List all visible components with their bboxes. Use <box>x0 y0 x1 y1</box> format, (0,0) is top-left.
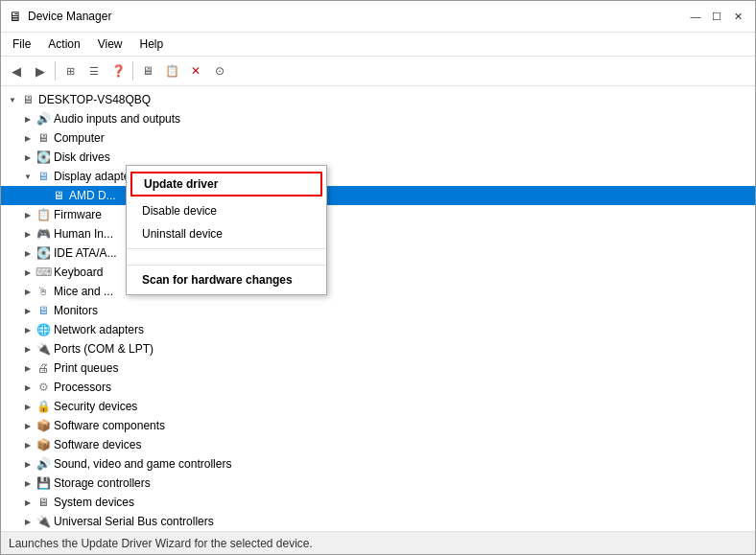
tree-item-disk[interactable]: ▶ 💽 Disk drives <box>1 148 755 167</box>
expander-monitors[interactable]: ▶ <box>20 303 35 318</box>
tree-item-print[interactable]: ▶ 🖨 Print queues <box>1 358 755 378</box>
amd-icon: 🖥 <box>51 188 66 203</box>
ctx-properties[interactable]: Scan for hardware changes <box>127 268 326 291</box>
tree-item-security[interactable]: ▶ 🔒 Security devices <box>1 397 755 416</box>
back-button[interactable]: ◀ <box>5 59 28 82</box>
monitors-label: Monitors <box>54 304 98 317</box>
toolbar-list-button[interactable]: ☰ <box>83 59 106 82</box>
expander-disk[interactable]: ▶ <box>20 150 35 165</box>
computer-icon: 🖥 <box>35 130 51 146</box>
disk-icon: 💽 <box>35 150 51 165</box>
forward-button[interactable]: ▶ <box>29 59 52 82</box>
ctx-update-driver[interactable]: Update driver <box>130 172 322 197</box>
expander-print[interactable]: ▶ <box>20 360 35 376</box>
tree-item-ports[interactable]: ▶ 🔌 Ports (COM & LPT) <box>1 339 755 358</box>
tree-item-amd[interactable]: 🖥 AMD D... <box>1 186 755 205</box>
storage-label: Storage controllers <box>54 476 151 490</box>
menu-view[interactable]: View <box>90 35 130 54</box>
root-label: DESKTOP-VS48QBQ <box>38 93 151 106</box>
menu-file[interactable]: File <box>5 35 38 54</box>
tree-root[interactable]: ▼ 🖥 DESKTOP-VS48QBQ <box>1 90 755 109</box>
sound-icon: 🔊 <box>35 456 51 472</box>
expander-display[interactable]: ▼ <box>20 169 35 184</box>
expander-computer[interactable]: ▶ <box>20 130 35 146</box>
mice-icon: 🖱 <box>35 284 51 299</box>
expander-software-comp[interactable]: ▶ <box>20 418 35 433</box>
expander-system[interactable]: ▶ <box>20 495 35 510</box>
toolbar-scan-button[interactable]: ⊙ <box>208 59 231 82</box>
title-controls: — ☐ ✕ <box>686 7 747 26</box>
tree-item-sound[interactable]: ▶ 🔊 Sound, video and game controllers <box>1 454 755 474</box>
toolbar-properties-button[interactable]: 📋 <box>160 59 183 82</box>
tree-item-usb[interactable]: ▶ 🔌 Universal Serial Bus controllers <box>1 512 755 531</box>
menu-bar: File Action View Help <box>1 33 755 57</box>
minimize-button[interactable]: — <box>686 7 705 26</box>
close-button[interactable]: ✕ <box>728 7 747 26</box>
status-bar: Launches the Update Driver Wizard for th… <box>1 531 755 554</box>
menu-help[interactable]: Help <box>132 35 172 54</box>
tree-item-display[interactable]: ▼ 🖥 Display adapters <box>1 167 755 186</box>
tree-item-hid[interactable]: ▶ 🎮 Human In... <box>1 224 755 243</box>
system-label: System devices <box>54 496 134 509</box>
expander-sound[interactable]: ▶ <box>20 456 35 472</box>
ctx-sep-2 <box>127 265 326 266</box>
processors-label: Processors <box>54 381 111 394</box>
tree-item-processors[interactable]: ▶ ⚙ Processors <box>1 378 755 397</box>
tree-item-system[interactable]: ▶ 🖥 System devices <box>1 493 755 512</box>
expander-network[interactable]: ▶ <box>20 322 35 337</box>
expander-hid[interactable]: ▶ <box>20 226 35 242</box>
ctx-disable-device[interactable]: Disable device <box>127 199 326 222</box>
keyboard-icon: ⌨ <box>35 265 51 280</box>
window-icon: 🖥 <box>9 9 22 24</box>
computer-label: Computer <box>54 131 105 145</box>
print-icon: 🖨 <box>35 360 51 376</box>
software-comp-icon: 📦 <box>35 418 51 433</box>
toolbar-view-button[interactable]: ⊞ <box>59 59 82 82</box>
tree-item-firmware[interactable]: ▶ 📋 Firmware <box>1 205 755 224</box>
toolbar-delete-button[interactable]: ✕ <box>184 59 207 82</box>
expander-mice[interactable]: ▶ <box>20 284 35 299</box>
expander-processors[interactable]: ▶ <box>20 380 35 395</box>
audio-label: Audio inputs and outputs <box>54 112 180 126</box>
monitor-icon: 🖥 <box>35 303 51 318</box>
ports-label: Ports (COM & LPT) <box>54 342 154 356</box>
expander-amd[interactable] <box>35 188 51 203</box>
maximize-button[interactable]: ☐ <box>707 7 726 26</box>
menu-action[interactable]: Action <box>40 35 87 54</box>
expander-security[interactable]: ▶ <box>20 399 35 414</box>
expander-audio[interactable]: ▶ <box>20 111 35 127</box>
expander-software-dev[interactable]: ▶ <box>20 437 35 452</box>
disk-label: Disk drives <box>54 150 110 164</box>
tree-item-computer[interactable]: ▶ 🖥 Computer <box>1 128 755 148</box>
ctx-uninstall-device[interactable]: Uninstall device <box>127 222 326 245</box>
ctx-sep-1 <box>127 248 326 249</box>
tree-item-software-dev[interactable]: ▶ 📦 Software devices <box>1 435 755 454</box>
tree-item-mice[interactable]: ▶ 🖱 Mice and ... <box>1 282 755 301</box>
expander-ide[interactable]: ▶ <box>20 245 35 261</box>
toolbar-save-button[interactable]: 🖥 <box>136 59 159 82</box>
ctx-scan-hardware[interactable] <box>127 252 326 262</box>
toolbar-help-button[interactable]: ❓ <box>106 59 130 82</box>
context-menu: Update driver Disable device Uninstall d… <box>126 165 327 295</box>
expander-ports[interactable]: ▶ <box>20 341 35 357</box>
usb-label: Universal Serial Bus controllers <box>54 515 214 528</box>
ide-icon: 💽 <box>35 245 51 261</box>
toolbar-sep-1 <box>55 61 56 81</box>
tree-item-monitors[interactable]: ▶ 🖥 Monitors <box>1 301 755 320</box>
tree-item-ide[interactable]: ▶ 💽 IDE ATA/A... <box>1 243 755 263</box>
tree-item-software-comp[interactable]: ▶ 📦 Software components <box>1 416 755 435</box>
tree-item-audio[interactable]: ▶ 🔊 Audio inputs and outputs <box>1 109 755 128</box>
expander-usb[interactable]: ▶ <box>20 514 35 529</box>
expander-firmware[interactable]: ▶ <box>20 207 35 222</box>
tree-item-keyboard[interactable]: ▶ ⌨ Keyboard <box>1 263 755 282</box>
expander-root[interactable]: ▼ <box>5 92 20 107</box>
toolbar: ◀ ▶ ⊞ ☰ ❓ 🖥 📋 ✕ ⊙ <box>1 57 755 86</box>
tree-item-storage[interactable]: ▶ 💾 Storage controllers <box>1 474 755 493</box>
tree-item-network[interactable]: ▶ 🌐 Network adapters <box>1 320 755 339</box>
expander-keyboard[interactable]: ▶ <box>20 265 35 280</box>
root-icon: 🖥 <box>20 92 35 107</box>
print-label: Print queues <box>54 361 118 375</box>
tree-panel[interactable]: ▼ 🖥 DESKTOP-VS48QBQ ▶ 🔊 Audio inputs and… <box>1 86 755 531</box>
expander-storage[interactable]: ▶ <box>20 475 35 491</box>
sound-label: Sound, video and game controllers <box>54 457 231 471</box>
